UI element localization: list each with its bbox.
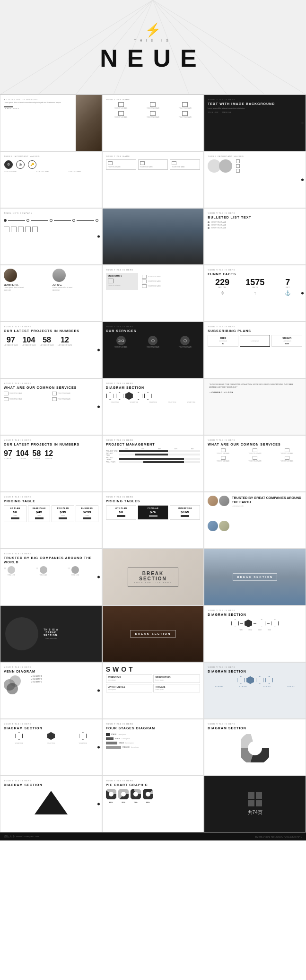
gantt-row-4: PROJ FOUR <box>106 461 201 463</box>
chart-icon <box>150 111 156 116</box>
icon-item: YOUR TITLE NAME <box>170 102 200 109</box>
plan-76: $76MO Lorem ipsum $76 <box>240 335 271 347</box>
svg-point-23 <box>146 792 150 796</box>
circle-graphic-2 <box>219 159 232 173</box>
slide-our-services: YOUR TITLE IS HERE OUR SERVICES DIO YOUR… <box>102 322 204 378</box>
svg-point-20 <box>134 792 138 796</box>
slide-icons-grid: YOUR TITLE NAME YOUR TITLE NAME YOUR TIT… <box>102 95 204 151</box>
hex-diag <box>79 732 87 740</box>
fact-1575: 1575 FActs <box>241 278 270 289</box>
icon-item: YOUR TITLE NAME <box>170 111 200 118</box>
select-btn[interactable] <box>117 515 125 517</box>
slide-project-management: YOUR TITLE IS HERE PROJECT MANAGEMENT JA… <box>102 435 204 492</box>
scissors-icon <box>182 111 188 116</box>
svc: YOUR TITLE NAME <box>208 448 238 455</box>
svg-point-11 <box>249 743 261 754</box>
slide-timeline: TIMELINE'S COMPANY <box>0 208 102 265</box>
slide-dot <box>97 236 100 238</box>
slide-dot <box>97 406 100 408</box>
history-photo <box>76 95 102 151</box>
select-btn[interactable] <box>149 515 157 517</box>
number-97-2: 97 Lorem <box>4 449 12 460</box>
timeline-line <box>31 220 48 221</box>
dark-circle-bg <box>5 617 38 650</box>
dhex-4 <box>271 620 279 627</box>
tl-icon <box>11 227 17 232</box>
plan-popular: POPULAR $76 <box>138 505 168 520</box>
timeline-dot <box>72 219 75 222</box>
slide-dot <box>97 690 100 692</box>
break-text-box: BREAK SECTION <box>233 573 277 581</box>
stage-4: STAGE D Lorem ipsum <box>106 746 201 749</box>
tl-icon <box>32 227 38 232</box>
lightning-icon: ⚡ <box>145 22 161 38</box>
slide-quote: "SUCCESS SEEMS TO BE CONNECTED WITH ACTI… <box>204 378 306 435</box>
avatar-john <box>52 269 66 282</box>
swot-table: STRENGTHS Lorem ipsum WEAKNESSES Lorem i… <box>106 674 201 692</box>
slide-diagram-5: YOUR TITLE IS HERE DIAGRAM SECTION <box>204 719 306 776</box>
service-item: YOUR TITLE NAME <box>4 392 50 395</box>
person-avatar <box>40 566 47 574</box>
order-btn[interactable] <box>59 517 67 519</box>
bullet-item: YOUR TITLE NAME <box>208 227 302 229</box>
gantt-row-3: PROJECT THREE <box>106 457 201 461</box>
quote-text: "SUCCESS SEEMS TO BE CONNECTED WITH ACTI… <box>209 384 301 389</box>
diag-item: YOUR TITLE <box>68 732 98 744</box>
fact-icon-arrow: ↑ <box>240 290 270 296</box>
gantt-row-1: PROJECT ONE <box>106 450 201 452</box>
slide-latest-projects-2: YOUR TITLE IS HERE OUR LATEST PROJECTS I… <box>0 435 102 492</box>
slide-dot <box>97 576 100 578</box>
plan-col-2: BASE PLAN $45 Lorem <box>28 505 51 522</box>
slide-common-services-2: YOUR TITLE IS HERE WHAT ARE OUR COMMON S… <box>204 435 306 492</box>
slide-diagram-3: YOUR TITLE IS HERE DIAGRAM SECTION YOUR … <box>204 662 306 719</box>
bullet-dot <box>208 227 210 229</box>
swot-weaknesses: WEAKNESSES Lorem ipsum <box>153 674 200 683</box>
camera-icon <box>118 111 124 116</box>
hex-diag <box>47 732 55 740</box>
order-btn[interactable] <box>11 517 19 519</box>
tl-icon <box>4 227 9 232</box>
slide-three-values-2: THREE IMPORTANT VALUES <box>204 151 306 208</box>
swot-opportunities: OPPORTUNITIES Lorem ipsum <box>106 684 153 692</box>
svc: YOUR TITLE NAME <box>240 448 271 455</box>
plan-col-1: NO PLAN $0 Lorem <box>4 505 26 522</box>
number-58: 58 Lorem ipsum <box>40 336 54 346</box>
timeline-line <box>77 220 94 221</box>
avatar-jennifer <box>4 269 17 282</box>
icon-item: YOUR TITLE NAME <box>106 102 136 109</box>
dhex-1 <box>231 620 239 627</box>
bullet-item: YOUR TITLE NAME <box>208 224 302 226</box>
order-btn[interactable] <box>83 517 91 519</box>
plan-169: $169MO Lorem ipsum $169 <box>271 335 302 347</box>
slide-dot <box>301 292 304 295</box>
list-icon <box>142 280 147 283</box>
grid-icon <box>248 792 262 806</box>
slide-pie-chart: YOUR TITLE IS HERE PIE CHART GRAPHIC 60%… <box>102 776 204 832</box>
timeline-dot <box>96 219 98 222</box>
person-avatar <box>71 566 79 574</box>
service-item: YOUR TITLE NAME <box>4 397 50 401</box>
slide-diagram-6: YOUR TITLE IS HERE DIAGRAM SECTION <box>0 776 102 832</box>
break-box: BREAK SECTION YOUR SUBTITLE HERE <box>128 568 178 587</box>
plan-col-3: PRO PLAN $99 Lorem <box>52 505 74 522</box>
bullet-item: YOUR TITLE NAME <box>208 221 302 223</box>
svc: YOUR TITLE NAME <box>271 448 302 455</box>
stage-2: STAGE Lorem ipsum <box>106 737 201 740</box>
order-btn[interactable] <box>35 517 44 519</box>
select-btn[interactable] <box>181 515 189 517</box>
service-icon-3: ⬡ <box>180 336 190 345</box>
number-104: 104 Lorem ipsum <box>22 336 36 346</box>
service-icon-2: ⬡ <box>148 336 157 345</box>
cover-subtitle: THIS IS <box>134 39 172 42</box>
plan-enterprise: ENTERPRISE $169 <box>170 505 201 520</box>
fact-icon-anchor: ⚓ <box>272 290 302 296</box>
slide-text-image-bg: YOUR TITLE IS HERE TEXT WITH IMAGE BACKG… <box>204 95 306 151</box>
plan-free: FREE Lorem ipsum $0 <box>208 335 238 347</box>
hex-blue-3 <box>256 676 263 684</box>
slide-break-coffee: BREAK SECTION <box>102 605 204 662</box>
venn-c3 <box>7 683 18 694</box>
timeline-dot <box>4 219 7 222</box>
service-item: YOUR TITLE NAME <box>52 397 98 401</box>
numbers-row-2: 97 Lorem 104 Lorem 58 Lorem 12 Lorem <box>4 449 98 460</box>
slide-count-text: 共74页 <box>248 809 262 816</box>
